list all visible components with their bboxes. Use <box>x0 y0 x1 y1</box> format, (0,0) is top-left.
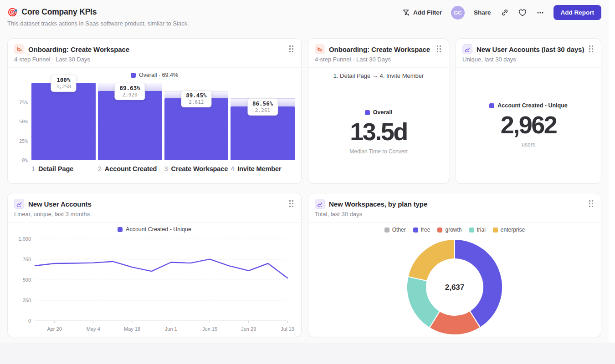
conversion-percent: 89.63% <box>120 85 140 91</box>
funnel-bar[interactable] <box>31 83 96 160</box>
legend-item-trial[interactable]: trial <box>469 227 486 233</box>
funnel-step-column: 86.56%2,261 <box>231 83 295 160</box>
legend-swatch-Other <box>384 228 390 233</box>
legend-label: growth <box>445 227 461 233</box>
funnel-yaxis: 0%25%50%75% <box>14 83 31 160</box>
favorite-heart-icon[interactable] <box>518 8 527 17</box>
x-axis-tick-label: Apr 20 <box>47 326 62 332</box>
step-number: 4 <box>231 165 234 172</box>
legend-item-growth[interactable]: growth <box>437 227 461 233</box>
funnel-step-label: 4Invite Member <box>231 165 295 172</box>
legend-item-free[interactable]: free <box>413 227 430 233</box>
filter-plus-icon <box>402 9 410 16</box>
y-axis-tick-label: 1,000 <box>18 236 31 242</box>
avatar[interactable]: GC <box>451 6 465 20</box>
legend-item-enterprise[interactable]: enterprise <box>493 227 525 233</box>
card-title: Onboarding: Create Workspace <box>28 46 129 53</box>
step-name: Create Workspace <box>171 165 228 172</box>
add-report-button[interactable]: Add Report <box>554 5 602 20</box>
page-header: 🎯 Core Company KPIs This dataset tracks … <box>0 0 615 38</box>
funnel-value-label: 89.45%2,612 <box>181 90 211 107</box>
card-title: New User Accounts (last 30 days) <box>477 46 584 53</box>
funnel-bar[interactable] <box>98 91 162 160</box>
y-axis-tick-label: 750 <box>23 257 31 262</box>
legend-swatch <box>365 110 370 115</box>
legend-swatch-enterprise <box>493 228 498 233</box>
drag-handle-icon[interactable] <box>288 199 295 208</box>
y-axis-tick-label: 0 <box>28 318 31 324</box>
page-title: Core Company KPIs <box>21 7 97 17</box>
funnel-step-label: 2Account Created <box>98 165 162 172</box>
conversion-percent: 89.45% <box>186 92 206 99</box>
x-axis-tick-label: May 4 <box>87 326 100 332</box>
card-funnel: Onboarding: Create Workspace 4-step Funn… <box>7 38 302 184</box>
donut-svg: 2,637 <box>403 236 506 339</box>
funnel-bars: 100%3,25889.63%2,92089.45%2,61286.56%2,2… <box>31 83 295 160</box>
unique-users-value: 2,962 <box>501 112 557 137</box>
conversion-count: 2,612 <box>186 99 206 105</box>
drag-handle-icon[interactable] <box>588 199 594 208</box>
card-title: New User Accounts <box>28 200 92 208</box>
add-filter-button[interactable]: Add Filter <box>402 9 442 16</box>
conversion-count: 2,261 <box>252 107 273 113</box>
card-title: Onboarding: Create Workspace <box>329 46 430 53</box>
funnel-value-label: 100%3,258 <box>51 75 76 92</box>
funnel-step-column: 89.45%2,612 <box>164 83 229 160</box>
legend-swatch <box>131 73 136 78</box>
funnel-bar[interactable] <box>164 98 229 160</box>
y-axis-tick-label: 75% <box>19 100 28 105</box>
funnel-value-label: 86.56%2,261 <box>247 98 278 116</box>
funnel-xlabels: 1Detail Page2Account Created3Create Work… <box>14 165 295 172</box>
stat-legend: Account Created - Unique <box>489 102 568 109</box>
step-number: 1 <box>31 165 35 172</box>
legend-label: Account Created - Unique <box>497 102 568 109</box>
y-axis-tick-label: 0% <box>22 157 28 163</box>
median-time-value: 13.5d <box>350 119 407 144</box>
x-axis-tick-label: Jun 1 <box>165 326 177 332</box>
share-button[interactable]: Share <box>474 9 491 16</box>
funnel-step-column: 100%3,258 <box>31 83 96 160</box>
card-workspaces-by-plan: New Workspaces, by plan type Total, last… <box>308 193 601 337</box>
legend-label: enterprise <box>501 227 525 233</box>
donut-center-total: 2,637 <box>445 283 465 292</box>
drag-handle-icon[interactable] <box>288 45 295 54</box>
line-series <box>35 259 287 278</box>
conversion-count: 2,920 <box>120 92 140 98</box>
more-options-icon[interactable] <box>536 9 544 17</box>
conversion-percent: 86.56% <box>252 100 273 107</box>
legend-swatch <box>489 103 494 108</box>
stat-caption: Median Time to Convert <box>349 148 407 155</box>
drag-handle-icon[interactable] <box>588 45 594 54</box>
line-chart-icon <box>462 44 472 54</box>
copy-link-icon[interactable] <box>500 8 509 17</box>
y-axis-tick-label: 25% <box>19 138 28 144</box>
step-name: Invite Member <box>237 165 281 172</box>
stat-legend: Overall <box>365 109 392 116</box>
right-edge-strip <box>609 0 615 343</box>
legend-swatch-trial <box>469 228 474 233</box>
legend-label: Overall <box>373 109 392 116</box>
funnel-step-label: 3Create Workspace <box>164 165 229 172</box>
legend-label: free <box>421 227 430 233</box>
funnel-plot: 100%3,25889.63%2,92089.45%2,61286.56%2,2… <box>31 83 295 160</box>
card-time-to-convert: Onboarding: Create Workspace 4-step Funn… <box>308 38 449 184</box>
x-axis-tick-label: Jun 15 <box>202 326 217 332</box>
card-subtitle: Linear, unique, last 3 months <box>14 211 295 217</box>
line-chart-icon <box>14 199 24 209</box>
legend-label: Overall · 69.4% <box>139 72 178 78</box>
line-chart-icon <box>315 199 325 209</box>
step-number: 2 <box>98 165 102 172</box>
conversion-count: 3,258 <box>56 84 71 90</box>
card-new-accounts-3m: New User Accounts Linear, unique, last 3… <box>7 193 302 337</box>
y-axis-tick-label: 250 <box>23 298 31 303</box>
step-name: Detail Page <box>38 165 73 172</box>
legend-swatch <box>118 227 123 232</box>
legend-label: trial <box>477 227 486 233</box>
x-axis-tick-label: Jun 29 <box>241 326 256 332</box>
line-chart-svg: 02505007501,000Apr 20May 4May 18Jun 1Jun… <box>14 234 294 334</box>
target-emoji-icon: 🎯 <box>7 8 17 16</box>
y-axis-tick-label: 50% <box>19 119 28 124</box>
drag-handle-icon[interactable] <box>436 45 442 54</box>
card-subtitle: 4-step Funnel · Last 30 Days <box>315 56 442 63</box>
legend-item-Other[interactable]: Other <box>384 227 406 233</box>
